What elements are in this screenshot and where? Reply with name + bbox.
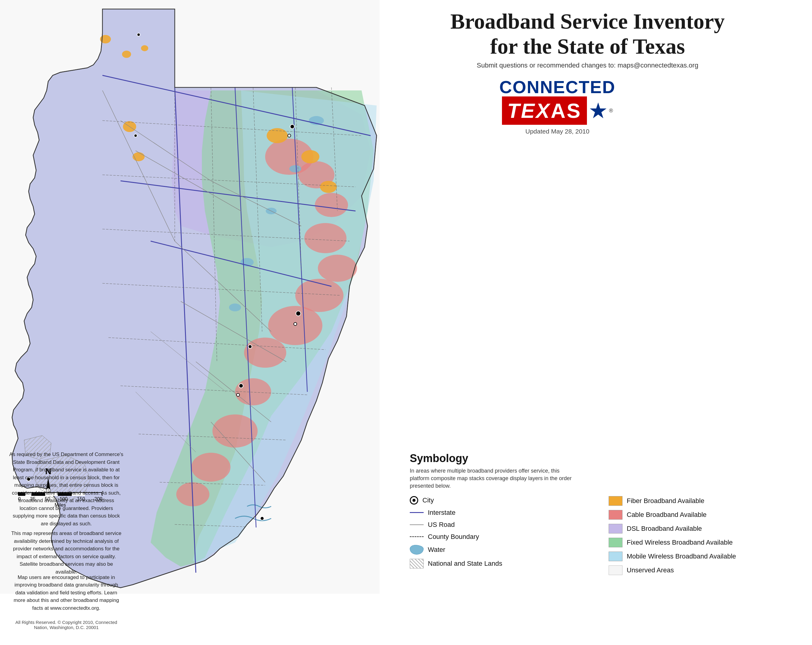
- left-text-1: As required by the US Department of Comm…: [9, 451, 124, 527]
- legend-col-right: Fiber Broadband Available Cable Broadban…: [609, 496, 789, 575]
- county-icon: [410, 536, 424, 537]
- logo-connected: CONNECTED: [452, 78, 663, 96]
- svg-point-5: [318, 255, 357, 282]
- legend-col-left: City Interstate US Road County Boundary …: [410, 496, 591, 575]
- svg-point-61: [237, 393, 240, 396]
- legend-item-interstate: Interstate: [410, 509, 591, 517]
- title-line1: Broadband Service Inventory: [450, 9, 725, 34]
- cable-swatch: [609, 510, 623, 520]
- legend-city-label: City: [423, 497, 434, 504]
- svg-point-65: [134, 134, 137, 137]
- fiber-swatch: [609, 496, 623, 506]
- legend-water-label: Water: [428, 546, 445, 554]
- left-text-3: Map users are encouraged to participate …: [9, 573, 124, 612]
- interstate-icon: [410, 512, 424, 513]
- logo-registered: ®: [609, 108, 613, 114]
- legend-item-city: City: [410, 496, 591, 504]
- left-text-2: This map represents areas of broadband s…: [9, 530, 124, 576]
- svg-point-3: [315, 193, 348, 217]
- logo-texas-bg: TEXAS: [502, 96, 587, 125]
- legend-dsl-label: DSL Broadband Available: [627, 525, 702, 533]
- legend-fixed-wireless-label: Fixed Wireless Broadband Available: [627, 539, 733, 546]
- svg-point-57: [288, 134, 291, 137]
- copyright-text: All Rights Reserved. © Copyright 2010, C…: [9, 620, 124, 630]
- svg-point-59: [294, 322, 297, 326]
- logo-texas-text: TEXAS: [507, 99, 582, 122]
- svg-point-56: [290, 124, 295, 129]
- legend-item-cable: Cable Broadband Available: [609, 510, 789, 520]
- legend-unserved-label: Unserved Areas: [627, 566, 674, 574]
- legend-item-fiber: Fiber Broadband Available: [609, 496, 789, 506]
- logo-star: ★: [588, 98, 608, 123]
- subtitle-email: Submit questions or recommended changes …: [392, 61, 783, 69]
- legend-item-national-lands: National and State Lands: [410, 559, 591, 569]
- legend-item-usroad: US Road: [410, 521, 591, 529]
- legend: Symbology In areas where multiple broadb…: [401, 446, 798, 581]
- legend-item-unserved: Unserved Areas: [609, 566, 789, 575]
- svg-point-19: [122, 50, 131, 58]
- svg-point-20: [141, 45, 148, 51]
- city-dot-inner: [412, 499, 415, 502]
- legend-title: Symbology: [410, 452, 789, 465]
- legend-grid: City Interstate US Road County Boundary …: [410, 496, 789, 575]
- svg-point-60: [239, 384, 243, 388]
- svg-point-25: [229, 304, 241, 311]
- dsl-swatch: [609, 524, 623, 533]
- svg-point-62: [248, 345, 252, 348]
- usroad-icon: [410, 524, 424, 525]
- legend-item-water: Water: [410, 545, 591, 555]
- legend-national-lands-label: National and State Lands: [428, 560, 502, 567]
- legend-item-mobile-wireless: Mobile Wireless Broadband Available: [609, 552, 789, 561]
- svg-point-22: [289, 165, 301, 173]
- legend-county-label: County Boundary: [428, 533, 479, 541]
- svg-point-15: [320, 181, 337, 193]
- title-line2: for the State of Texas: [490, 34, 685, 58]
- logo-texas-row: TEXAS ★ ®: [452, 96, 663, 125]
- svg-point-14: [301, 150, 319, 164]
- legend-usroad-label: US Road: [428, 521, 455, 529]
- city-icon: [410, 496, 418, 504]
- unserved-swatch: [609, 566, 623, 575]
- svg-point-9: [235, 378, 271, 405]
- legend-fiber-label: Fiber Broadband Available: [627, 497, 704, 505]
- legend-item-dsl: DSL Broadband Available: [609, 524, 789, 533]
- legend-cable-label: Cable Broadband Available: [627, 511, 707, 519]
- national-lands-icon: [410, 559, 424, 569]
- title-area: Broadband Service Inventory for the Stat…: [392, 9, 783, 69]
- legend-description: In areas where multiple broadband provid…: [410, 467, 572, 490]
- svg-point-11: [191, 453, 230, 481]
- svg-point-8: [244, 338, 286, 368]
- svg-point-58: [296, 311, 301, 316]
- svg-point-4: [304, 223, 346, 253]
- page-title: Broadband Service Inventory for the Stat…: [392, 9, 783, 59]
- legend-mobile-wireless-label: Mobile Wireless Broadband Available: [627, 552, 736, 560]
- svg-point-66: [260, 517, 264, 520]
- fixed-wireless-swatch: [609, 538, 623, 547]
- svg-point-64: [137, 33, 140, 36]
- legend-item-fixed-wireless: Fixed Wireless Broadband Available: [609, 538, 789, 547]
- mobile-wireless-swatch: [609, 552, 623, 561]
- updated-date: Updated May 28, 2010: [452, 128, 663, 135]
- water-icon: [410, 545, 424, 555]
- logo-area: CONNECTED TEXAS ★ ® Updated May 28, 2010: [452, 78, 663, 135]
- legend-interstate-label: Interstate: [428, 509, 456, 517]
- legend-item-county: County Boundary: [410, 533, 591, 541]
